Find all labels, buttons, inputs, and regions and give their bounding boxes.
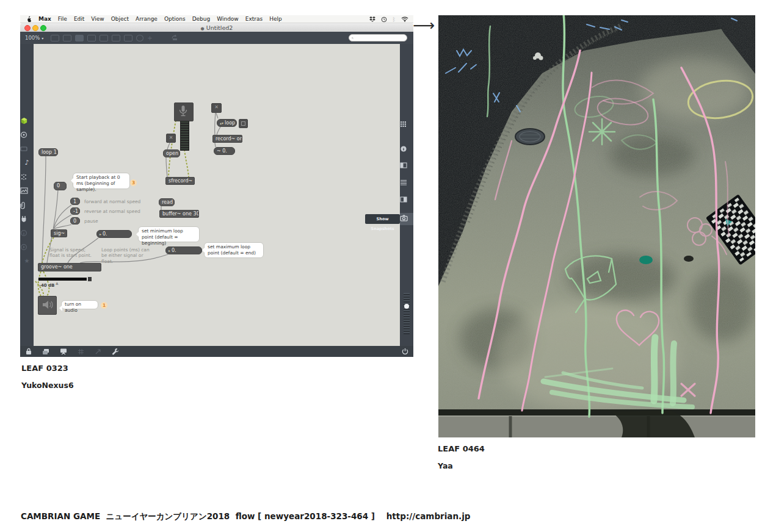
menu-view[interactable]: View bbox=[91, 16, 104, 22]
info-dim-icon[interactable] bbox=[20, 229, 34, 237]
zoom-selector[interactable]: 100%▾ bbox=[25, 35, 43, 41]
time-machine-icon[interactable] bbox=[381, 16, 387, 23]
dark-spot bbox=[684, 256, 694, 262]
button-icon[interactable] bbox=[100, 35, 108, 41]
loop-umenu[interactable]: ▴▾loop bbox=[217, 119, 237, 127]
master-volume-knob[interactable] bbox=[404, 304, 409, 309]
paste-icon[interactable] bbox=[171, 35, 179, 41]
cambrian-footer: CAMBRIAN GAME ニューイヤーカンブリアン2018 flow [ ne… bbox=[21, 511, 470, 522]
right-sidebar bbox=[400, 44, 413, 346]
window-title: ● Untitled2 bbox=[20, 24, 413, 31]
search-input[interactable] bbox=[355, 35, 404, 41]
toggle-icon[interactable] bbox=[87, 35, 96, 41]
console-panel-icon[interactable] bbox=[400, 196, 413, 203]
menu-options[interactable]: Options bbox=[164, 16, 186, 22]
new-view-icon[interactable] bbox=[42, 348, 49, 355]
slider-icon[interactable] bbox=[124, 35, 132, 41]
reference-panel-icon[interactable] bbox=[400, 162, 413, 168]
window-titlebar[interactable]: ● Untitled2 bbox=[20, 23, 413, 32]
leaf-id-left: LEAF 0323 bbox=[21, 364, 68, 373]
play-dim-icon[interactable] bbox=[20, 243, 34, 251]
comment-start-playback: Start playback at 0 ms (beginning of sam… bbox=[73, 173, 130, 189]
speaker-icon bbox=[38, 297, 55, 313]
menu-window[interactable]: Window bbox=[217, 16, 239, 22]
max-loop-number[interactable]: ▸0. bbox=[165, 246, 202, 254]
comment-forward: forward at normal speed bbox=[84, 199, 140, 204]
menu-edit[interactable]: Edit bbox=[74, 16, 84, 22]
leaf-author-left: YukoNexus6 bbox=[21, 381, 74, 390]
audio-note-icon[interactable]: ♪ bbox=[20, 159, 34, 167]
midi-dots-icon[interactable] bbox=[20, 173, 34, 181]
sync-signal-number[interactable]: ~ 0. bbox=[214, 147, 235, 155]
plugin-icon[interactable] bbox=[20, 215, 34, 223]
menu-debug[interactable]: Debug bbox=[192, 16, 211, 22]
min-loop-number[interactable]: ▸0. bbox=[96, 230, 132, 238]
add-object-icon[interactable]: + bbox=[147, 35, 152, 41]
teal-paint-spot bbox=[639, 256, 653, 264]
comment-icon[interactable] bbox=[75, 35, 84, 41]
dropbox-icon[interactable] bbox=[369, 16, 375, 22]
object-box-icon[interactable] bbox=[51, 35, 59, 41]
comment-turn-on-audio: turn on audio bbox=[61, 300, 98, 309]
apple-icon[interactable] bbox=[26, 16, 32, 23]
asphalt-grain bbox=[438, 15, 755, 437]
menu-extras[interactable]: Extras bbox=[245, 16, 263, 22]
open-message[interactable]: open bbox=[163, 149, 180, 157]
camera-snapshot-icon[interactable] bbox=[400, 215, 413, 221]
loop1-message[interactable]: loop 1 bbox=[38, 148, 58, 156]
grid-snap-icon[interactable] bbox=[78, 348, 84, 355]
star-dim-icon[interactable]: ★ bbox=[20, 257, 34, 264]
slider-marker-icon: ▲ bbox=[56, 281, 59, 285]
sig-object[interactable]: sig~ bbox=[51, 229, 67, 237]
slider-handle[interactable] bbox=[88, 277, 92, 281]
gain-db-label: -40 dB bbox=[39, 283, 54, 289]
read-message[interactable]: read bbox=[159, 198, 175, 206]
start-0-message[interactable]: 0 bbox=[54, 182, 67, 190]
step-badge-1: 1 bbox=[101, 302, 107, 309]
bluetooth-icon[interactable]: ᛒ bbox=[393, 16, 396, 23]
toolbar-search[interactable] bbox=[349, 34, 407, 41]
forward-1-message[interactable]: 1 bbox=[70, 198, 80, 205]
toggle-sfrecord[interactable]: ✕ bbox=[166, 134, 176, 143]
pause-message[interactable]: 0 bbox=[70, 217, 80, 225]
comment-pause: pause bbox=[84, 218, 98, 224]
buffer-object[interactable]: buffer~ one 3000 bbox=[159, 210, 199, 218]
watchpoint-icon[interactable] bbox=[136, 35, 143, 41]
list-panel-icon[interactable] bbox=[400, 179, 413, 185]
toggle-record[interactable]: ✕ bbox=[211, 103, 222, 113]
menu-help[interactable]: Help bbox=[269, 16, 282, 22]
grid-panel-icon[interactable] bbox=[400, 121, 413, 128]
left-sidebar: ♪ ★ bbox=[20, 44, 34, 346]
wrench-icon[interactable] bbox=[112, 348, 119, 355]
ezdac-speaker-button[interactable] bbox=[38, 296, 57, 315]
step-badge-3: 3 bbox=[130, 179, 137, 186]
record-object[interactable]: record~ one bbox=[212, 135, 242, 143]
menu-max[interactable]: Max bbox=[38, 16, 51, 22]
sfrecord-object[interactable]: sfrecord~ 2 bbox=[165, 177, 195, 185]
loop-toggle-button[interactable] bbox=[239, 119, 248, 128]
chevron-down-icon: ▾ bbox=[42, 36, 43, 40]
position-slider[interactable] bbox=[38, 278, 87, 281]
wifi-icon[interactable] bbox=[401, 16, 408, 22]
max-cube-icon[interactable] bbox=[20, 117, 34, 125]
menu-arrange[interactable]: Arrange bbox=[136, 16, 158, 22]
message-box-icon[interactable] bbox=[63, 35, 71, 41]
patcher-canvas[interactable]: loop 1 Start playback at 0 ms (beginning… bbox=[34, 44, 400, 346]
align-icon[interactable] bbox=[95, 348, 101, 355]
presentation-mode-icon[interactable] bbox=[60, 348, 67, 355]
paperclip-icon[interactable] bbox=[20, 201, 34, 209]
media-image-icon[interactable] bbox=[20, 187, 34, 194]
show-snapshots-tooltip[interactable]: Show Snapshots bbox=[365, 214, 400, 224]
inspector-info-icon[interactable] bbox=[400, 145, 413, 153]
object-palette-icon[interactable] bbox=[20, 146, 34, 151]
reverse-message[interactable]: -1 bbox=[70, 207, 80, 215]
audio-power-icon[interactable] bbox=[402, 348, 408, 355]
menu-file[interactable]: File bbox=[58, 16, 67, 22]
mic-adc-button[interactable] bbox=[174, 102, 194, 121]
groove-object[interactable]: groove~ one bbox=[38, 263, 101, 271]
number-box-icon[interactable] bbox=[112, 35, 120, 41]
console-icon[interactable] bbox=[20, 131, 34, 138]
lock-patcher-icon[interactable] bbox=[26, 348, 32, 355]
macos-menubar: Max File Edit View Object Arrange Option… bbox=[20, 15, 413, 23]
menu-object[interactable]: Object bbox=[111, 16, 129, 22]
